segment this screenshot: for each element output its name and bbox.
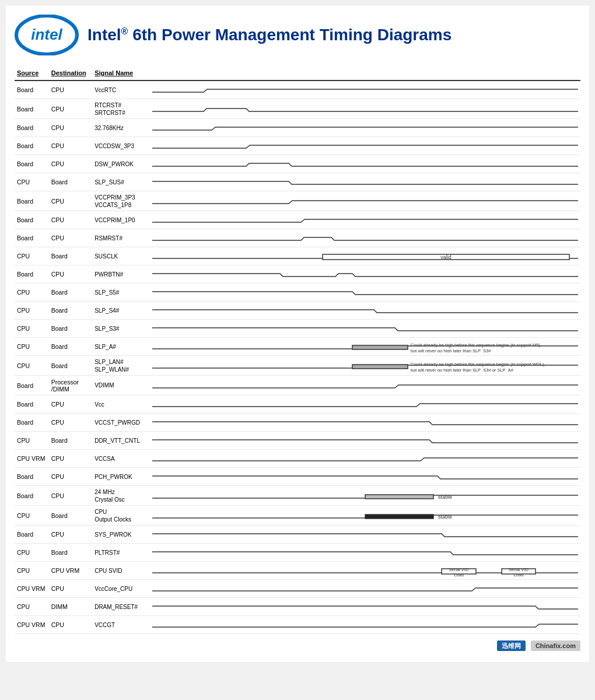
cell-dest: CPU bbox=[49, 486, 92, 506]
cell-signal: VCCPRIM_3P3 VCCATS_1P8 bbox=[92, 191, 150, 211]
cell-dest: CPU bbox=[49, 265, 92, 284]
col-header-source: Source bbox=[15, 67, 49, 80]
svg-rect-16 bbox=[365, 495, 433, 499]
table-row: CPU VRMCPUVCCGT bbox=[15, 616, 580, 634]
svg-text:Serial VIDLoad: Serial VIDLoad bbox=[509, 567, 528, 576]
intel-logo: intel bbox=[15, 15, 79, 55]
cell-waveform: Could already be high before this sequen… bbox=[150, 356, 580, 376]
cell-waveform bbox=[150, 265, 580, 284]
watermark: 迅维网 Chinafix.com bbox=[15, 640, 580, 650]
cell-signal: SYS_PWROK bbox=[92, 526, 150, 544]
cell-source: CPU VRM bbox=[15, 580, 49, 598]
table-row: CPUBoardPLTRST# bbox=[15, 544, 580, 562]
cell-source: CPU bbox=[15, 338, 49, 356]
cell-source: CPU VRM bbox=[15, 450, 49, 468]
table-row: CPUCPU VRMCPU SVIDSerial VIDLoadSerial V… bbox=[15, 562, 580, 580]
cell-source: CPU bbox=[15, 356, 49, 376]
cell-waveform bbox=[150, 468, 580, 486]
cell-signal: SLP_A# bbox=[92, 338, 150, 356]
cell-signal: CPU SVID bbox=[92, 562, 150, 580]
table-row: BoardCPU24 MHz Crystal Oscstable bbox=[15, 486, 580, 506]
cell-waveform bbox=[150, 80, 580, 99]
svg-text:Could already be high before t: Could already be high before this sequen… bbox=[411, 362, 545, 372]
table-row: CPUBoardSLP_S3# bbox=[15, 320, 580, 338]
svg-text:Serial VIDLoad: Serial VIDLoad bbox=[449, 567, 469, 576]
cell-waveform bbox=[150, 432, 580, 450]
table-row: CPU VRMCPUVCCSA bbox=[15, 450, 580, 468]
cell-waveform bbox=[150, 191, 580, 211]
cell-signal: SLP_LAN# SLP_WLAN# bbox=[92, 356, 150, 376]
cell-signal: SLP_SUS# bbox=[92, 173, 150, 191]
table-row: BoardCPU32.768KHz bbox=[15, 119, 580, 137]
cell-source: CPU bbox=[15, 562, 49, 580]
table-row: BoardCPUVccRTC bbox=[15, 80, 580, 99]
cell-waveform bbox=[150, 414, 580, 432]
table-row: BoardCPUVCCST_PWRGD bbox=[15, 414, 580, 432]
cell-signal: DDR_VTT_CNTL bbox=[92, 432, 150, 450]
cell-dest: CPU bbox=[49, 119, 92, 137]
cell-source: CPU bbox=[15, 506, 49, 526]
table-row: BoardCPUVCCDSW_3P3 bbox=[15, 137, 580, 155]
cell-source: Board bbox=[15, 265, 49, 284]
cell-dest: CPU VRM bbox=[49, 562, 92, 580]
cell-dest: Board bbox=[49, 302, 92, 320]
table-row: BoardCPUPCH_PWROK bbox=[15, 468, 580, 486]
table-row: BoardCPUVcc bbox=[15, 396, 580, 414]
cell-signal: SLP_S5# bbox=[92, 284, 150, 302]
cell-dest: CPU bbox=[49, 450, 92, 468]
cell-signal: PLTRST# bbox=[92, 544, 150, 562]
cell-signal: SLP_S4# bbox=[92, 302, 150, 320]
cell-source: CPU bbox=[15, 432, 49, 450]
cell-signal: Vcc bbox=[92, 396, 150, 414]
cell-signal: 24 MHz Crystal Osc bbox=[92, 486, 150, 506]
cell-signal: SLP_S3# bbox=[92, 320, 150, 338]
cell-signal: VCCSA bbox=[92, 450, 150, 468]
cell-source: Board bbox=[15, 229, 49, 247]
cell-dest: Board bbox=[49, 173, 92, 191]
cell-dest: CPU bbox=[49, 580, 92, 598]
header: intel Intel® 6th Power Management Timing… bbox=[15, 15, 580, 55]
cell-dest: CPU bbox=[49, 99, 92, 119]
watermark-text2: Chinafix.com bbox=[531, 640, 580, 651]
cell-source: Board bbox=[15, 191, 49, 211]
cell-dest: Processor /DIMM bbox=[49, 376, 92, 396]
cell-source: Board bbox=[15, 376, 49, 396]
svg-rect-20 bbox=[365, 514, 433, 519]
table-row: CPU VRMCPUVccCore_CPU bbox=[15, 580, 580, 598]
cell-source: Board bbox=[15, 486, 49, 506]
table-row: CPUBoardSLP_S5# bbox=[15, 284, 580, 302]
cell-waveform bbox=[150, 376, 580, 396]
cell-signal: VCCPRIM_1P0 bbox=[92, 211, 150, 229]
cell-waveform bbox=[150, 302, 580, 320]
cell-waveform bbox=[150, 526, 580, 544]
cell-source: CPU bbox=[15, 173, 49, 191]
cell-waveform bbox=[150, 155, 580, 173]
cell-source: CPU bbox=[15, 302, 49, 320]
cell-waveform: valid bbox=[150, 247, 580, 265]
cell-signal: VCCGT bbox=[92, 616, 150, 634]
table-row: BoardCPUDSW_PWROK bbox=[15, 155, 580, 173]
cell-source: Board bbox=[15, 526, 49, 544]
cell-source: Board bbox=[15, 414, 49, 432]
cell-dest: CPU bbox=[49, 155, 92, 173]
cell-source: CPU bbox=[15, 598, 49, 616]
table-row: CPUBoardSUSCLKvalid bbox=[15, 247, 580, 265]
cell-signal: DRAM_RESET# bbox=[92, 598, 150, 616]
table-row: BoardCPUSYS_PWROK bbox=[15, 526, 580, 544]
cell-waveform bbox=[150, 137, 580, 155]
cell-source: Board bbox=[15, 80, 49, 99]
cell-source: CPU VRM bbox=[15, 616, 49, 634]
cell-signal: VCCST_PWRGD bbox=[92, 414, 150, 432]
cell-source: Board bbox=[15, 396, 49, 414]
cell-dest: Board bbox=[49, 338, 92, 356]
table-row: BoardCPUVCCPRIM_3P3 VCCATS_1P8 bbox=[15, 191, 580, 211]
cell-signal: PWRBTN# bbox=[92, 265, 150, 284]
cell-signal: VDIMM bbox=[92, 376, 150, 396]
table-row: BoardProcessor /DIMMVDIMM bbox=[15, 376, 580, 396]
col-header-dest: Destination bbox=[49, 67, 92, 80]
cell-waveform: stable bbox=[150, 486, 580, 506]
cell-source: CPU bbox=[15, 320, 49, 338]
cell-dest: Board bbox=[49, 544, 92, 562]
table-row: CPUBoardCPU Output Clocksstable bbox=[15, 506, 580, 526]
cell-dest: Board bbox=[49, 284, 92, 302]
